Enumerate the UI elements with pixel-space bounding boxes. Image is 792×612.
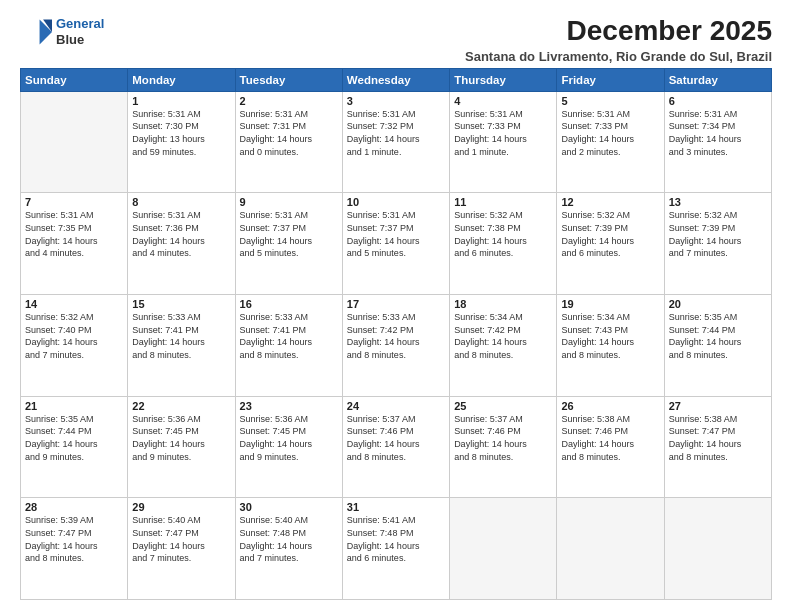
- day-number: 19: [561, 298, 659, 310]
- day-number: 14: [25, 298, 123, 310]
- cell-info: Sunrise: 5:41 AMSunset: 7:48 PMDaylight:…: [347, 514, 445, 564]
- col-wednesday: Wednesday: [342, 68, 449, 91]
- cell-info: Sunrise: 5:32 AMSunset: 7:39 PMDaylight:…: [561, 209, 659, 259]
- day-number: 27: [669, 400, 767, 412]
- day-number: 28: [25, 501, 123, 513]
- cell-info: Sunrise: 5:39 AMSunset: 7:47 PMDaylight:…: [25, 514, 123, 564]
- cell-info: Sunrise: 5:33 AMSunset: 7:41 PMDaylight:…: [240, 311, 338, 361]
- month-title: December 2025: [465, 16, 772, 47]
- cell-info: Sunrise: 5:36 AMSunset: 7:45 PMDaylight:…: [240, 413, 338, 463]
- day-number: 30: [240, 501, 338, 513]
- cell-info: Sunrise: 5:37 AMSunset: 7:46 PMDaylight:…: [454, 413, 552, 463]
- logo-icon: [20, 16, 52, 48]
- day-number: 26: [561, 400, 659, 412]
- location-subtitle: Santana do Livramento, Rio Grande do Sul…: [465, 49, 772, 64]
- day-number: 20: [669, 298, 767, 310]
- cell-info: Sunrise: 5:32 AMSunset: 7:39 PMDaylight:…: [669, 209, 767, 259]
- calendar-table: Sunday Monday Tuesday Wednesday Thursday…: [20, 68, 772, 600]
- day-number: 7: [25, 196, 123, 208]
- cell-info: Sunrise: 5:35 AMSunset: 7:44 PMDaylight:…: [25, 413, 123, 463]
- calendar-cell: 27Sunrise: 5:38 AMSunset: 7:47 PMDayligh…: [664, 396, 771, 498]
- day-number: 9: [240, 196, 338, 208]
- day-number: 15: [132, 298, 230, 310]
- cell-info: Sunrise: 5:31 AMSunset: 7:37 PMDaylight:…: [240, 209, 338, 259]
- day-number: 10: [347, 196, 445, 208]
- calendar-cell: 16Sunrise: 5:33 AMSunset: 7:41 PMDayligh…: [235, 295, 342, 397]
- calendar-cell: 22Sunrise: 5:36 AMSunset: 7:45 PMDayligh…: [128, 396, 235, 498]
- page: General Blue December 2025 Santana do Li…: [0, 0, 792, 612]
- cell-info: Sunrise: 5:38 AMSunset: 7:47 PMDaylight:…: [669, 413, 767, 463]
- cell-info: Sunrise: 5:37 AMSunset: 7:46 PMDaylight:…: [347, 413, 445, 463]
- calendar-cell: 3Sunrise: 5:31 AMSunset: 7:32 PMDaylight…: [342, 91, 449, 193]
- logo: General Blue: [20, 16, 104, 48]
- day-number: 1: [132, 95, 230, 107]
- calendar-cell: 11Sunrise: 5:32 AMSunset: 7:38 PMDayligh…: [450, 193, 557, 295]
- week-row-3: 14Sunrise: 5:32 AMSunset: 7:40 PMDayligh…: [21, 295, 772, 397]
- cell-info: Sunrise: 5:31 AMSunset: 7:35 PMDaylight:…: [25, 209, 123, 259]
- week-row-4: 21Sunrise: 5:35 AMSunset: 7:44 PMDayligh…: [21, 396, 772, 498]
- day-number: 25: [454, 400, 552, 412]
- day-number: 12: [561, 196, 659, 208]
- calendar-cell: 20Sunrise: 5:35 AMSunset: 7:44 PMDayligh…: [664, 295, 771, 397]
- day-number: 2: [240, 95, 338, 107]
- col-saturday: Saturday: [664, 68, 771, 91]
- header: General Blue December 2025 Santana do Li…: [20, 16, 772, 64]
- day-number: 16: [240, 298, 338, 310]
- cell-info: Sunrise: 5:31 AMSunset: 7:33 PMDaylight:…: [454, 108, 552, 158]
- day-number: 6: [669, 95, 767, 107]
- day-number: 5: [561, 95, 659, 107]
- day-number: 8: [132, 196, 230, 208]
- cell-info: Sunrise: 5:31 AMSunset: 7:32 PMDaylight:…: [347, 108, 445, 158]
- cell-info: Sunrise: 5:38 AMSunset: 7:46 PMDaylight:…: [561, 413, 659, 463]
- calendar-cell: 21Sunrise: 5:35 AMSunset: 7:44 PMDayligh…: [21, 396, 128, 498]
- calendar-cell: 31Sunrise: 5:41 AMSunset: 7:48 PMDayligh…: [342, 498, 449, 600]
- cell-info: Sunrise: 5:32 AMSunset: 7:40 PMDaylight:…: [25, 311, 123, 361]
- day-number: 18: [454, 298, 552, 310]
- day-number: 21: [25, 400, 123, 412]
- week-row-1: 1Sunrise: 5:31 AMSunset: 7:30 PMDaylight…: [21, 91, 772, 193]
- cell-info: Sunrise: 5:35 AMSunset: 7:44 PMDaylight:…: [669, 311, 767, 361]
- cell-info: Sunrise: 5:31 AMSunset: 7:30 PMDaylight:…: [132, 108, 230, 158]
- cell-info: Sunrise: 5:31 AMSunset: 7:31 PMDaylight:…: [240, 108, 338, 158]
- day-number: 24: [347, 400, 445, 412]
- calendar-cell: 7Sunrise: 5:31 AMSunset: 7:35 PMDaylight…: [21, 193, 128, 295]
- calendar-cell: [664, 498, 771, 600]
- cell-info: Sunrise: 5:40 AMSunset: 7:47 PMDaylight:…: [132, 514, 230, 564]
- calendar-cell: 14Sunrise: 5:32 AMSunset: 7:40 PMDayligh…: [21, 295, 128, 397]
- calendar-cell: 28Sunrise: 5:39 AMSunset: 7:47 PMDayligh…: [21, 498, 128, 600]
- day-number: 23: [240, 400, 338, 412]
- calendar-cell: 17Sunrise: 5:33 AMSunset: 7:42 PMDayligh…: [342, 295, 449, 397]
- calendar-cell: [450, 498, 557, 600]
- calendar-cell: 26Sunrise: 5:38 AMSunset: 7:46 PMDayligh…: [557, 396, 664, 498]
- calendar-cell: 29Sunrise: 5:40 AMSunset: 7:47 PMDayligh…: [128, 498, 235, 600]
- col-monday: Monday: [128, 68, 235, 91]
- calendar-cell: 24Sunrise: 5:37 AMSunset: 7:46 PMDayligh…: [342, 396, 449, 498]
- logo-text: General Blue: [56, 16, 104, 47]
- cell-info: Sunrise: 5:33 AMSunset: 7:42 PMDaylight:…: [347, 311, 445, 361]
- cell-info: Sunrise: 5:32 AMSunset: 7:38 PMDaylight:…: [454, 209, 552, 259]
- calendar-cell: 15Sunrise: 5:33 AMSunset: 7:41 PMDayligh…: [128, 295, 235, 397]
- day-number: 29: [132, 501, 230, 513]
- day-number: 31: [347, 501, 445, 513]
- cell-info: Sunrise: 5:34 AMSunset: 7:43 PMDaylight:…: [561, 311, 659, 361]
- calendar-cell: 25Sunrise: 5:37 AMSunset: 7:46 PMDayligh…: [450, 396, 557, 498]
- calendar-cell: 12Sunrise: 5:32 AMSunset: 7:39 PMDayligh…: [557, 193, 664, 295]
- cell-info: Sunrise: 5:31 AMSunset: 7:36 PMDaylight:…: [132, 209, 230, 259]
- cell-info: Sunrise: 5:40 AMSunset: 7:48 PMDaylight:…: [240, 514, 338, 564]
- calendar-cell: 23Sunrise: 5:36 AMSunset: 7:45 PMDayligh…: [235, 396, 342, 498]
- calendar-cell: [557, 498, 664, 600]
- col-tuesday: Tuesday: [235, 68, 342, 91]
- calendar-cell: 8Sunrise: 5:31 AMSunset: 7:36 PMDaylight…: [128, 193, 235, 295]
- col-thursday: Thursday: [450, 68, 557, 91]
- calendar-cell: [21, 91, 128, 193]
- calendar-cell: 9Sunrise: 5:31 AMSunset: 7:37 PMDaylight…: [235, 193, 342, 295]
- cell-info: Sunrise: 5:36 AMSunset: 7:45 PMDaylight:…: [132, 413, 230, 463]
- cell-info: Sunrise: 5:33 AMSunset: 7:41 PMDaylight:…: [132, 311, 230, 361]
- col-friday: Friday: [557, 68, 664, 91]
- calendar-cell: 2Sunrise: 5:31 AMSunset: 7:31 PMDaylight…: [235, 91, 342, 193]
- week-row-2: 7Sunrise: 5:31 AMSunset: 7:35 PMDaylight…: [21, 193, 772, 295]
- calendar-cell: 5Sunrise: 5:31 AMSunset: 7:33 PMDaylight…: [557, 91, 664, 193]
- calendar-cell: 10Sunrise: 5:31 AMSunset: 7:37 PMDayligh…: [342, 193, 449, 295]
- cell-info: Sunrise: 5:34 AMSunset: 7:42 PMDaylight:…: [454, 311, 552, 361]
- calendar-header-row: Sunday Monday Tuesday Wednesday Thursday…: [21, 68, 772, 91]
